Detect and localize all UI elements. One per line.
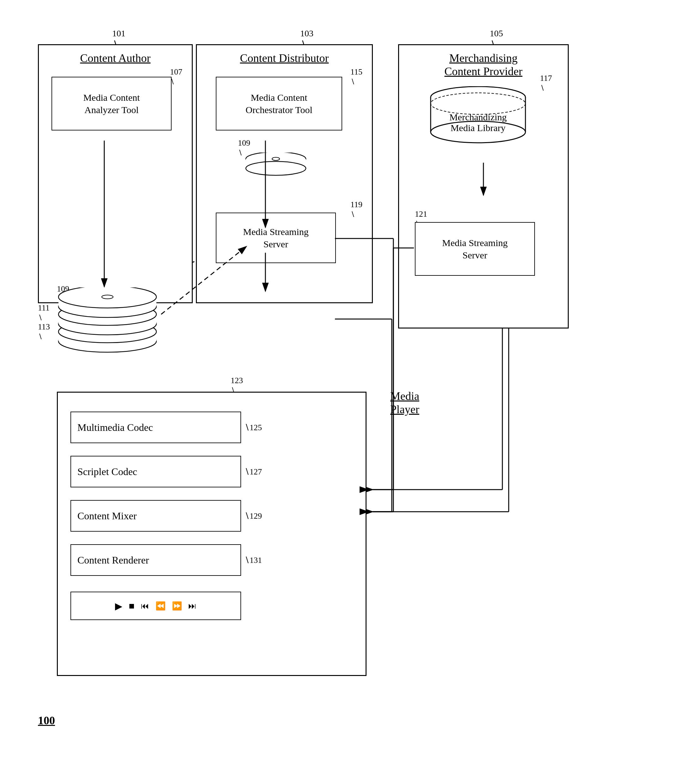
merchandising-provider-title: MerchandisingContent Provider [420,52,547,78]
media-streaming-server-right-box: Media StreamingServer [415,222,535,276]
media-streaming-server-dist-box: Media StreamingServer [216,212,336,263]
disk-stack-svg [54,287,161,357]
media-content-orchestrator-tool-box: Media ContentOrchestrator Tool [216,77,342,130]
merchandising-provider-box: MerchandisingContent Provider 117∖ Merch… [398,44,569,329]
ref-107: 107∖ [170,67,182,86]
ref-119: 119∖ [351,200,362,219]
media-player-box: MediaPlayer Multimedia Codec ∖125 Scripl… [57,392,367,676]
content-distributor-box: Content Distributor 115∖ Media ContentOr… [196,44,373,303]
content-distributor-title: Content Distributor [240,52,329,65]
svg-text:Media Library: Media Library [451,123,506,133]
skip-back-button[interactable]: ⏮ [141,601,149,611]
scriplet-codec-box: Scriplet Codec [70,456,241,488]
content-author-title: Content Author [80,52,151,65]
rewind-button[interactable]: ⏪ [156,601,166,611]
svg-point-17 [246,161,306,175]
fast-forward-button[interactable]: ⏩ [172,601,182,611]
svg-point-38 [102,295,113,299]
media-player-title: MediaPlayer [390,389,419,416]
ref-115: 115∖ [351,67,362,86]
ref-127: ∖127 [244,467,262,477]
skip-forward-button[interactable]: ⏭ [188,601,196,611]
multimedia-codec-box: Multimedia Codec [70,411,241,443]
content-renderer-box: Content Renderer [70,544,241,576]
ref-129: ∖129 [244,511,262,521]
media-controls-box[interactable]: ▶ ■ ⏮ ⏪ ⏩ ⏭ [70,592,241,620]
svg-text:Merchandizing: Merchandizing [449,112,507,122]
content-mixer-box: Content Mixer [70,500,241,531]
ref-117: 117∖ [540,74,552,92]
stop-button[interactable]: ■ [128,601,134,611]
media-content-analyzer-tool-box: Media ContentAnalyzer Tool [52,77,172,130]
play-button[interactable]: ▶ [115,601,122,612]
page-label: 100 [38,714,55,727]
svg-point-18 [272,157,280,160]
library-cylinder-svg: Merchandizing Media Library [427,86,529,146]
content-author-box: Content Author 107∖ Media ContentAnalyze… [38,44,193,303]
ref-111: 111∖ [38,303,50,322]
merchandizing-media-library: Merchandizing Media Library [427,86,529,146]
disk-center-svg [244,152,307,178]
ref-113: 113∖ [38,322,50,341]
ref-131: ∖131 [244,555,262,565]
ref-125: ∖125 [244,423,262,432]
